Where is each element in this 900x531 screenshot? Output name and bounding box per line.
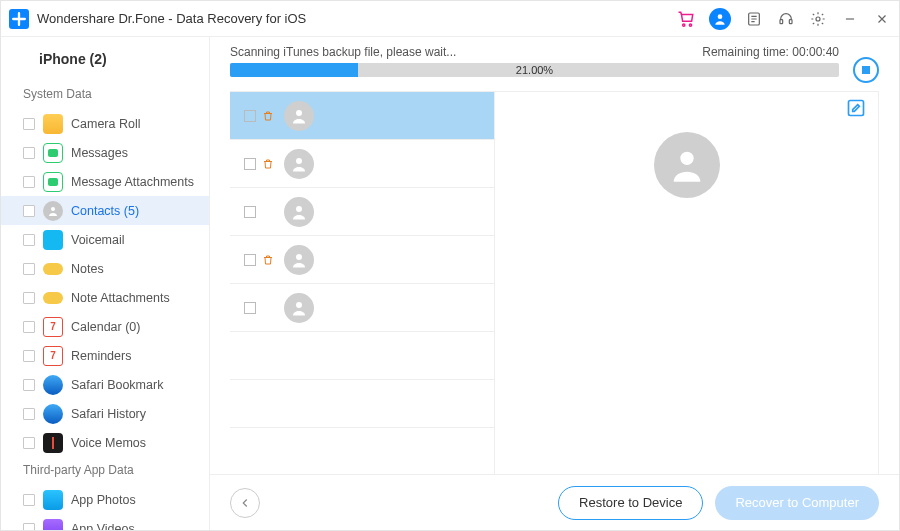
checkbox[interactable] — [23, 321, 35, 333]
user-avatar-icon[interactable] — [709, 8, 731, 30]
sidebar-item-contacts[interactable]: Contacts (5) — [1, 196, 209, 225]
checkbox[interactable] — [244, 254, 256, 266]
contact-row[interactable] — [230, 284, 494, 332]
contact-row[interactable] — [230, 140, 494, 188]
checkbox[interactable] — [23, 523, 35, 531]
back-button[interactable] — [230, 488, 260, 518]
stop-scan-button[interactable] — [853, 57, 879, 83]
svg-point-7 — [51, 207, 55, 211]
voice-memos-icon — [43, 433, 63, 453]
progress-percent: 21.00% — [516, 64, 553, 76]
svg-point-0 — [683, 23, 685, 25]
sidebar-item-note-attachments[interactable]: Note Attachments — [1, 283, 209, 312]
sidebar-item-reminders[interactable]: 7 Reminders — [1, 341, 209, 370]
sidebar-item-label: App Videos — [71, 522, 135, 531]
checkbox[interactable] — [23, 379, 35, 391]
checkbox[interactable] — [23, 176, 35, 188]
sidebar-item-safari-bookmark[interactable]: Safari Bookmark — [1, 370, 209, 399]
sidebar-item-messages[interactable]: Messages — [1, 138, 209, 167]
empty-row — [230, 380, 494, 428]
checkbox[interactable] — [23, 350, 35, 362]
sidebar: iPhone (2) System Data Camera Roll Messa… — [1, 37, 210, 530]
svg-point-2 — [718, 14, 723, 19]
app-photos-icon — [43, 490, 63, 510]
sidebar-item-app-videos[interactable]: App Videos — [1, 514, 209, 530]
svg-rect-5 — [789, 19, 792, 23]
scan-panel: Scanning iTunes backup file, please wait… — [210, 37, 899, 77]
sidebar-item-label: Voicemail — [71, 233, 125, 247]
contact-row[interactable] — [230, 188, 494, 236]
sidebar-item-label: Messages — [71, 146, 128, 160]
sidebar-item-label: Notes — [71, 262, 104, 276]
sidebar-item-label: Camera Roll — [71, 117, 140, 131]
cart-icon[interactable] — [677, 10, 695, 28]
reminders-icon: 7 — [43, 346, 63, 366]
sidebar-item-camera-roll[interactable]: Camera Roll — [1, 109, 209, 138]
svg-point-11 — [296, 254, 302, 260]
sidebar-item-label: Message Attachments — [71, 175, 194, 189]
trash-icon — [262, 110, 274, 122]
checkbox[interactable] — [23, 234, 35, 246]
svg-point-12 — [296, 302, 302, 308]
sidebar-item-notes[interactable]: Notes — [1, 254, 209, 283]
note-attachments-icon — [43, 292, 63, 304]
checkbox[interactable] — [244, 302, 256, 314]
sidebar-item-message-attachments[interactable]: Message Attachments — [1, 167, 209, 196]
svg-point-8 — [296, 110, 302, 116]
sidebar-item-label: Voice Memos — [71, 436, 146, 450]
minimize-button[interactable] — [841, 10, 859, 28]
voicemail-icon — [43, 230, 63, 250]
svg-point-14 — [680, 152, 693, 165]
checkbox[interactable] — [23, 205, 35, 217]
empty-row — [230, 332, 494, 380]
trash-icon — [262, 158, 274, 170]
message-attachments-icon — [43, 172, 63, 192]
sidebar-item-voicemail[interactable]: Voicemail — [1, 225, 209, 254]
contact-detail — [495, 92, 878, 474]
svg-point-1 — [689, 23, 691, 25]
checkbox[interactable] — [23, 494, 35, 506]
checkbox[interactable] — [23, 147, 35, 159]
section-third-party: Third-party App Data — [1, 457, 209, 485]
svg-point-9 — [296, 158, 302, 164]
edit-icon[interactable] — [846, 98, 866, 118]
contact-avatar — [284, 149, 314, 179]
sidebar-item-app-photos[interactable]: App Photos — [1, 485, 209, 514]
checkbox[interactable] — [23, 263, 35, 275]
app-title: Wondershare Dr.Fone - Data Recovery for … — [37, 11, 677, 26]
close-button[interactable] — [873, 10, 891, 28]
contact-row[interactable] — [230, 92, 494, 140]
sidebar-item-label: Reminders — [71, 349, 131, 363]
camera-roll-icon — [43, 114, 63, 134]
sidebar-item-label: App Photos — [71, 493, 136, 507]
section-system-data: System Data — [1, 81, 209, 109]
content-area: Scanning iTunes backup file, please wait… — [210, 37, 899, 530]
checkbox[interactable] — [244, 206, 256, 218]
sidebar-item-label: Calendar (0) — [71, 320, 140, 334]
contact-row[interactable] — [230, 236, 494, 284]
svg-point-6 — [816, 17, 820, 21]
checkbox[interactable] — [23, 118, 35, 130]
empty-row — [230, 428, 494, 474]
sidebar-item-safari-history[interactable]: Safari History — [1, 399, 209, 428]
scan-status: Scanning iTunes backup file, please wait… — [230, 45, 456, 59]
checkbox[interactable] — [23, 292, 35, 304]
contacts-icon — [43, 201, 63, 221]
sidebar-item-label: Note Attachments — [71, 291, 170, 305]
feedback-icon[interactable] — [745, 10, 763, 28]
sidebar-item-label: Contacts (5) — [71, 204, 139, 218]
messages-icon — [43, 143, 63, 163]
restore-to-device-button[interactable]: Restore to Device — [558, 486, 703, 520]
headset-icon[interactable] — [777, 10, 795, 28]
sidebar-item-voice-memos[interactable]: Voice Memos — [1, 428, 209, 457]
gear-icon[interactable] — [809, 10, 827, 28]
app-logo — [9, 9, 29, 29]
sidebar-item-calendar[interactable]: 7 Calendar (0) — [1, 312, 209, 341]
contact-list — [230, 92, 495, 474]
contact-avatar — [284, 101, 314, 131]
recover-to-computer-button: Recover to Computer — [715, 486, 879, 520]
checkbox[interactable] — [244, 110, 256, 122]
checkbox[interactable] — [244, 158, 256, 170]
checkbox[interactable] — [23, 437, 35, 449]
checkbox[interactable] — [23, 408, 35, 420]
